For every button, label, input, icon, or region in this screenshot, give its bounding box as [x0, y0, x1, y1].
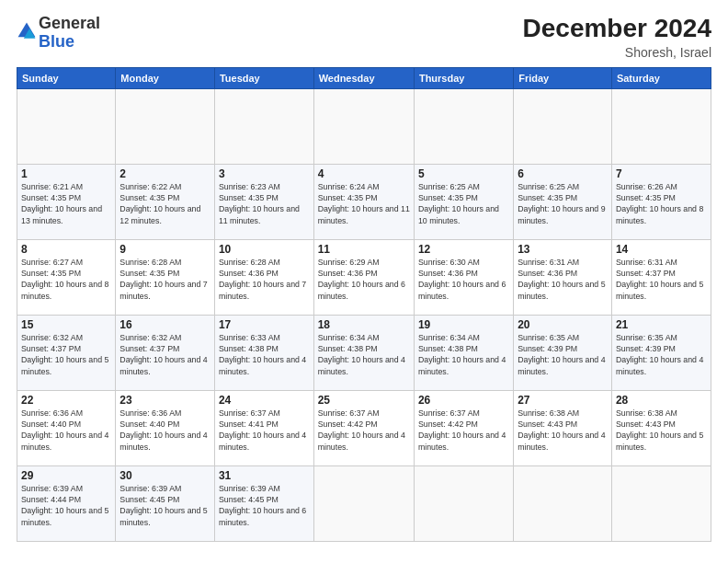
- day-info: Sunrise: 6:38 AMSunset: 4:43 PMDaylight:…: [518, 408, 605, 452]
- table-row: 24 Sunrise: 6:37 AMSunset: 4:41 PMDaylig…: [214, 390, 313, 465]
- calendar-week-row: 1 Sunrise: 6:21 AMSunset: 4:35 PMDayligh…: [17, 164, 711, 239]
- day-number: 7: [616, 167, 707, 180]
- col-monday: Monday: [116, 67, 215, 88]
- col-thursday: Thursday: [414, 67, 513, 88]
- table-row: 15 Sunrise: 6:32 AMSunset: 4:37 PMDaylig…: [17, 315, 116, 390]
- day-info: Sunrise: 6:24 AMSunset: 4:35 PMDaylight:…: [318, 182, 410, 225]
- day-info: Sunrise: 6:39 AMSunset: 4:45 PMDaylight:…: [219, 484, 306, 527]
- table-row: [313, 88, 414, 164]
- table-row: [116, 88, 215, 164]
- day-info: Sunrise: 6:28 AMSunset: 4:35 PMDaylight:…: [119, 258, 207, 301]
- table-row: 9 Sunrise: 6:28 AMSunset: 4:35 PMDayligh…: [116, 239, 215, 315]
- day-info: Sunrise: 6:37 AMSunset: 4:42 PMDaylight:…: [418, 408, 506, 452]
- day-number: 10: [219, 243, 310, 256]
- day-number: 12: [418, 243, 509, 256]
- day-info: Sunrise: 6:29 AMSunset: 4:36 PMDaylight:…: [318, 258, 405, 301]
- table-row: [514, 88, 612, 164]
- title-block: December 2024 Shoresh, Israel: [523, 15, 711, 60]
- day-number: 1: [21, 167, 111, 180]
- col-friday: Friday: [514, 67, 612, 88]
- col-tuesday: Tuesday: [214, 67, 313, 88]
- calendar-week-row: 22 Sunrise: 6:36 AMSunset: 4:40 PMDaylig…: [17, 390, 711, 465]
- month-year: December 2024: [523, 15, 711, 43]
- table-row: [17, 88, 116, 164]
- table-row: 19 Sunrise: 6:34 AMSunset: 4:38 PMDaylig…: [414, 315, 513, 390]
- calendar-header-row: Sunday Monday Tuesday Wednesday Thursday…: [17, 67, 711, 88]
- day-number: 5: [418, 167, 509, 180]
- day-info: Sunrise: 6:34 AMSunset: 4:38 PMDaylight:…: [418, 333, 506, 376]
- table-row: 10 Sunrise: 6:28 AMSunset: 4:36 PMDaylig…: [214, 239, 313, 315]
- col-wednesday: Wednesday: [313, 67, 414, 88]
- day-number: 27: [518, 394, 608, 407]
- table-row: 2 Sunrise: 6:22 AMSunset: 4:35 PMDayligh…: [116, 164, 215, 239]
- calendar-week-row: 15 Sunrise: 6:32 AMSunset: 4:37 PMDaylig…: [17, 315, 711, 390]
- table-row: 17 Sunrise: 6:33 AMSunset: 4:38 PMDaylig…: [214, 315, 313, 390]
- day-number: 6: [518, 167, 608, 180]
- calendar-week-row: 8 Sunrise: 6:27 AMSunset: 4:35 PMDayligh…: [17, 239, 711, 315]
- day-number: 3: [219, 167, 310, 180]
- calendar-week-row: [17, 88, 711, 164]
- day-info: Sunrise: 6:34 AMSunset: 4:38 PMDaylight:…: [318, 333, 405, 376]
- day-info: Sunrise: 6:35 AMSunset: 4:39 PMDaylight:…: [616, 333, 703, 376]
- table-row: 27 Sunrise: 6:38 AMSunset: 4:43 PMDaylig…: [514, 390, 612, 465]
- logo-general-text: General: [39, 14, 100, 32]
- day-info: Sunrise: 6:23 AMSunset: 4:35 PMDaylight:…: [219, 182, 300, 225]
- day-number: 11: [318, 243, 410, 256]
- calendar-table: Sunday Monday Tuesday Wednesday Thursday…: [17, 67, 711, 542]
- day-info: Sunrise: 6:35 AMSunset: 4:39 PMDaylight:…: [518, 333, 605, 376]
- day-number: 21: [616, 318, 707, 331]
- table-row: [214, 88, 313, 164]
- day-number: 26: [418, 394, 509, 407]
- table-row: 21 Sunrise: 6:35 AMSunset: 4:39 PMDaylig…: [611, 315, 711, 390]
- day-number: 2: [119, 167, 210, 180]
- table-row: [611, 88, 711, 164]
- table-row: 8 Sunrise: 6:27 AMSunset: 4:35 PMDayligh…: [17, 239, 116, 315]
- table-row: 5 Sunrise: 6:25 AMSunset: 4:35 PMDayligh…: [414, 164, 513, 239]
- day-number: 23: [119, 394, 210, 407]
- day-number: 20: [518, 318, 608, 331]
- day-number: 16: [119, 318, 210, 331]
- table-row: 20 Sunrise: 6:35 AMSunset: 4:39 PMDaylig…: [514, 315, 612, 390]
- day-info: Sunrise: 6:36 AMSunset: 4:40 PMDaylight:…: [119, 408, 207, 452]
- table-row: 30 Sunrise: 6:39 AMSunset: 4:45 PMDaylig…: [116, 465, 215, 541]
- day-number: 30: [119, 469, 210, 482]
- logo-blue-text: Blue: [39, 32, 74, 51]
- table-row: 12 Sunrise: 6:30 AMSunset: 4:36 PMDaylig…: [414, 239, 513, 315]
- table-row: 3 Sunrise: 6:23 AMSunset: 4:35 PMDayligh…: [214, 164, 313, 239]
- table-row: 13 Sunrise: 6:31 AMSunset: 4:36 PMDaylig…: [514, 239, 612, 315]
- day-number: 9: [119, 243, 210, 256]
- table-row: [414, 465, 513, 541]
- day-info: Sunrise: 6:27 AMSunset: 4:35 PMDaylight:…: [21, 258, 108, 301]
- table-row: 14 Sunrise: 6:31 AMSunset: 4:37 PMDaylig…: [611, 239, 711, 315]
- day-info: Sunrise: 6:32 AMSunset: 4:37 PMDaylight:…: [21, 333, 108, 376]
- day-number: 25: [318, 394, 410, 407]
- day-info: Sunrise: 6:31 AMSunset: 4:36 PMDaylight:…: [518, 258, 605, 301]
- day-info: Sunrise: 6:26 AMSunset: 4:35 PMDaylight:…: [616, 182, 703, 225]
- day-info: Sunrise: 6:25 AMSunset: 4:35 PMDaylight:…: [518, 182, 605, 225]
- day-info: Sunrise: 6:28 AMSunset: 4:36 PMDaylight:…: [219, 258, 306, 301]
- day-number: 24: [219, 394, 310, 407]
- day-number: 14: [616, 243, 707, 256]
- day-info: Sunrise: 6:22 AMSunset: 4:35 PMDaylight:…: [119, 182, 200, 225]
- day-number: 19: [418, 318, 509, 331]
- day-info: Sunrise: 6:25 AMSunset: 4:35 PMDaylight:…: [418, 182, 499, 225]
- day-info: Sunrise: 6:31 AMSunset: 4:37 PMDaylight:…: [616, 258, 703, 301]
- col-sunday: Sunday: [17, 67, 116, 88]
- day-number: 8: [21, 243, 111, 256]
- day-info: Sunrise: 6:39 AMSunset: 4:44 PMDaylight:…: [21, 484, 108, 527]
- col-saturday: Saturday: [611, 67, 711, 88]
- day-number: 4: [318, 167, 410, 180]
- day-number: 29: [21, 469, 111, 482]
- table-row: 16 Sunrise: 6:32 AMSunset: 4:37 PMDaylig…: [116, 315, 215, 390]
- logo-icon: [17, 21, 37, 41]
- table-row: [414, 88, 513, 164]
- day-number: 18: [318, 318, 410, 331]
- table-row: 23 Sunrise: 6:36 AMSunset: 4:40 PMDaylig…: [116, 390, 215, 465]
- table-row: 26 Sunrise: 6:37 AMSunset: 4:42 PMDaylig…: [414, 390, 513, 465]
- table-row: 22 Sunrise: 6:36 AMSunset: 4:40 PMDaylig…: [17, 390, 116, 465]
- table-row: 6 Sunrise: 6:25 AMSunset: 4:35 PMDayligh…: [514, 164, 612, 239]
- table-row: [514, 465, 612, 541]
- table-row: 25 Sunrise: 6:37 AMSunset: 4:42 PMDaylig…: [313, 390, 414, 465]
- day-number: 17: [219, 318, 310, 331]
- day-info: Sunrise: 6:36 AMSunset: 4:40 PMDaylight:…: [21, 408, 108, 452]
